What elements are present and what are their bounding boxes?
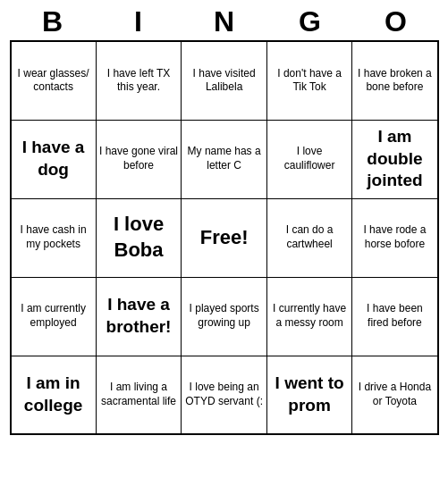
cell-r0-c3[interactable]: I don't have a Tik Tok xyxy=(266,41,352,120)
cell-r4-c1[interactable]: I am living a sacramental life xyxy=(96,356,182,434)
cell-r3-c2[interactable]: I played sports growing up xyxy=(182,277,266,356)
cell-r1-c1[interactable]: I have gone viral before xyxy=(96,120,182,198)
cell-r0-c0[interactable]: I wear glasses/ contacts xyxy=(11,41,97,120)
cell-r0-c1[interactable]: I have left TX this year. xyxy=(96,41,182,120)
cell-r3-c1[interactable]: I have a brother! xyxy=(96,277,182,356)
cell-r2-c0[interactable]: I have cash in my pockets xyxy=(11,198,97,277)
cell-r4-c2[interactable]: I love being an OTYD servant (: xyxy=(182,356,266,434)
cell-r0-c2[interactable]: I have visited Lalibela xyxy=(182,41,266,120)
letter-n: N xyxy=(185,5,264,38)
cell-r2-c2[interactable]: Free! xyxy=(182,198,266,277)
cell-r4-c3[interactable]: I went to prom xyxy=(266,356,352,434)
cell-r0-c4[interactable]: I have broken a bone before xyxy=(352,41,438,120)
cell-r3-c0[interactable]: I am currently employed xyxy=(11,277,97,356)
bingo-header: B I N G O xyxy=(10,0,439,40)
letter-o: O xyxy=(357,5,435,38)
cell-r1-c0[interactable]: I have a dog xyxy=(11,120,97,198)
cell-r2-c1[interactable]: I love Boba xyxy=(96,198,182,277)
cell-r1-c3[interactable]: I love cauliflower xyxy=(266,120,352,198)
cell-r4-c4[interactable]: I drive a Honda or Toyota xyxy=(352,356,438,434)
cell-r2-c4[interactable]: I have rode a horse bofore xyxy=(352,198,438,277)
letter-i: I xyxy=(99,5,178,38)
cell-r3-c4[interactable]: I have been fired before xyxy=(352,277,438,356)
letter-g: G xyxy=(271,5,350,38)
cell-r2-c3[interactable]: I can do a cartwheel xyxy=(266,198,352,277)
cell-r1-c2[interactable]: My name has a letter C xyxy=(182,120,266,198)
letter-b: B xyxy=(13,5,92,38)
cell-r4-c0[interactable]: I am in college xyxy=(11,356,97,434)
bingo-grid: I wear glasses/ contactsI have left TX t… xyxy=(10,40,439,435)
cell-r1-c4[interactable]: I am double jointed xyxy=(352,120,438,198)
cell-r3-c3[interactable]: I currently have a messy room xyxy=(266,277,352,356)
